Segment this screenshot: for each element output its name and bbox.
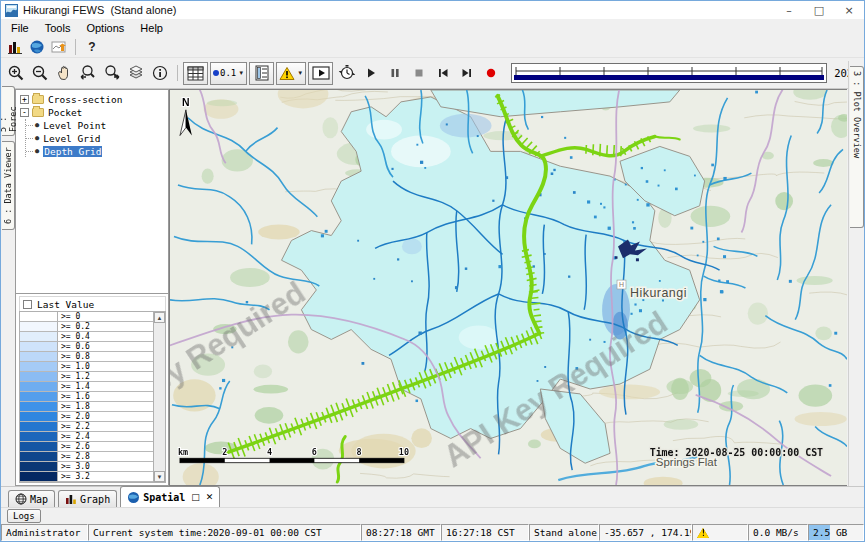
map-canvas[interactable]: H Hikurangi Springs Flat API Key Require… [170,90,847,485]
data-display-button[interactable] [4,37,26,57]
play-button[interactable] [359,61,383,85]
warning-triangle-icon [697,528,709,538]
menu-options[interactable]: Options [78,22,132,34]
status-warning-cell[interactable] [692,524,748,541]
layers-button[interactable] [124,61,148,85]
legend-label: >= 0.8 [58,352,153,361]
legend-row[interactable]: >= 0.2 [20,322,153,332]
tree-node-label-selected[interactable]: Depth Grid [43,146,102,157]
legend-header: Last Value [19,296,166,311]
town-label: Hikurangi [630,286,687,300]
menu-file[interactable]: File [3,22,37,34]
legend-row[interactable]: >= 0.6 [20,342,153,352]
tab-close-icon[interactable]: ✕ [206,492,214,502]
grid-toggle-button[interactable] [183,62,208,85]
legend-swatch [20,472,58,481]
maximize-button[interactable]: □ [804,1,834,19]
menu-help[interactable]: Help [132,22,171,34]
tab-map[interactable]: Map [8,490,55,507]
tree-node-level-grid[interactable]: ● Level Grid [26,132,168,144]
tree-node-depth-grid[interactable]: ● Depth Grid [26,145,168,157]
toolbar-separator [75,39,76,55]
legend-row[interactable]: >= 1.4 [20,382,153,392]
legend-row[interactable]: >= 2.8 [20,452,153,462]
skip-end-button[interactable] [455,61,479,85]
stop-button[interactable] [407,61,431,85]
tree-node-label[interactable]: Cross-section [48,94,122,105]
tab-forecast[interactable]: 5 : Forec [2,86,15,136]
record-button[interactable] [479,61,503,85]
legend-row[interactable]: >= 0.8 [20,352,153,362]
pause-button[interactable] [383,61,407,85]
legend-swatch [20,332,58,341]
zoom-next-button[interactable] [100,61,124,85]
tab-plot-overview[interactable]: 3 : Plot Overview [850,66,864,228]
info-button[interactable] [148,61,172,85]
menu-tools[interactable]: Tools [37,22,79,34]
collapse-icon[interactable]: - [20,108,29,117]
scroll-up-icon[interactable]: ▲ [154,312,165,323]
zoom-previous-button[interactable] [76,61,100,85]
animation-dialog-button[interactable] [308,62,333,85]
legend-row[interactable]: >= 1.0 [20,362,153,372]
tab-graph[interactable]: Graph [58,490,117,507]
legend-row[interactable]: >= 2.4 [20,432,153,442]
classbreaks-dropdown[interactable]: 0.1 ▼ [210,62,247,85]
help-button[interactable]: ? [81,37,103,57]
legend-row[interactable]: >= 1.8 [20,402,153,412]
tab-restore-icon[interactable]: □ [191,492,200,502]
legend-swatch [20,432,58,441]
legend-scrollbar[interactable]: ▲ ▼ [153,312,165,482]
minimize-button[interactable]: – [774,1,804,19]
globe-icon [127,491,140,504]
tree-node-label[interactable]: Pocket [48,107,82,118]
skip-end-icon [460,66,474,80]
time-slider[interactable] [511,63,827,83]
time-slider-range[interactable] [514,75,824,80]
scale-tick-label: 4 [267,447,272,457]
legend-row[interactable]: >= 2.6 [20,442,153,452]
bullet-icon: ● [35,147,39,155]
legend-row[interactable]: >= 2.2 [20,422,153,432]
record-icon [484,66,498,80]
zoom-out-button[interactable] [28,61,52,85]
legend-row[interactable]: >= 1.2 [20,372,153,382]
logs-button[interactable]: Logs [7,509,41,523]
timeseries-display-button[interactable] [48,37,70,57]
legend-toggle-button[interactable] [249,62,274,85]
expand-icon[interactable]: + [20,95,29,104]
legend-row[interactable]: >= 3.2 [20,472,153,482]
status-local-time: 16:27:18 CST [441,524,529,541]
close-button[interactable]: × [834,1,864,19]
skip-start-button[interactable] [431,61,455,85]
scroll-down-icon[interactable]: ▼ [154,471,165,482]
tree-node-label[interactable]: Level Grid [43,133,100,144]
tree-node-label[interactable]: Level Point [43,120,106,131]
value-dot-icon [213,70,219,76]
spatial-display-button[interactable] [26,37,48,57]
tree-node-pocket[interactable]: - Pocket [20,106,168,118]
thresholds-dropdown[interactable]: ▼ [276,62,306,85]
last-value-checkbox[interactable] [23,300,32,309]
status-bar: Administrator Current system time:2020-0… [1,524,864,541]
pan-button[interactable] [52,61,76,85]
zoom-previous-icon [79,64,97,82]
tab-data-viewer[interactable]: 6 : Data Viewer [2,141,15,230]
tab-spatial[interactable]: Spatial □ ✕ [120,486,220,507]
layers-icon [127,64,145,82]
left-tab-strip: 5 : Forec 6 : Data Viewer [1,86,15,486]
timestep-button[interactable] [335,61,359,85]
legend-row[interactable]: >= 0.4 [20,332,153,342]
legend-row[interactable]: >= 2.0 [20,412,153,422]
legend-swatch [20,322,58,331]
zoom-in-button[interactable] [4,61,28,85]
legend-swatch [20,452,58,461]
tree-node-cross-section[interactable]: + Cross-section [20,93,168,105]
legend-row[interactable]: >= 3.0 [20,462,153,472]
map-view[interactable]: H Hikurangi Springs Flat API Key Require… [169,89,847,486]
legend-row[interactable]: >= 1.6 [20,392,153,402]
scale-unit-label: km [178,447,188,457]
legend-row[interactable]: >= 0 [20,312,153,322]
tree-node-level-point[interactable]: ● Level Point [26,119,168,131]
info-icon [151,64,169,82]
